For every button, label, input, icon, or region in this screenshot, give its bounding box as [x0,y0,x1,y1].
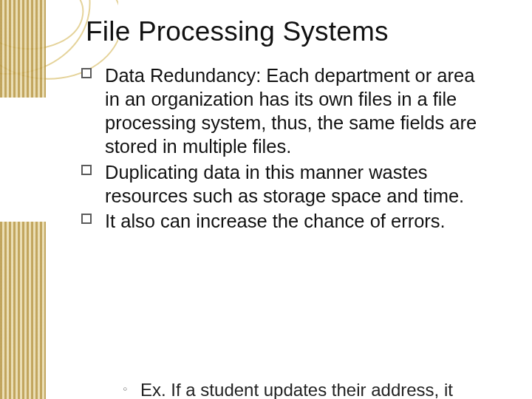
body-text: Data Redundancy: Each department or area… [105,64,482,234]
circle-bullet-icon: ◦ [123,381,127,398]
bullet-1-text: Data Redundancy: Each department or area… [105,65,477,157]
slide-title: File Processing Systems [86,16,389,47]
bullet-3: It also can increase the chance of error… [105,209,482,233]
left-strip-bottom [0,222,46,399]
bullet-3-text: It also can increase the chance of error… [105,211,446,231]
square-bullet-icon [81,165,92,175]
bullet-1: Data Redundancy: Each department or area… [105,64,482,159]
subbullet-1-text: Ex. If a student updates their address, … [140,380,453,399]
bullet-2: Duplicating data in this manner wastes r… [105,160,482,208]
subbullet-1: ◦ Ex. If a student updates their address… [140,380,495,399]
square-bullet-icon [81,68,92,78]
square-bullet-icon [81,214,92,224]
bullet-2-text: Duplicating data in this manner wastes r… [105,162,464,206]
slide: File Processing Systems Data Redundancy:… [0,0,532,399]
left-strip-top [0,0,46,98]
